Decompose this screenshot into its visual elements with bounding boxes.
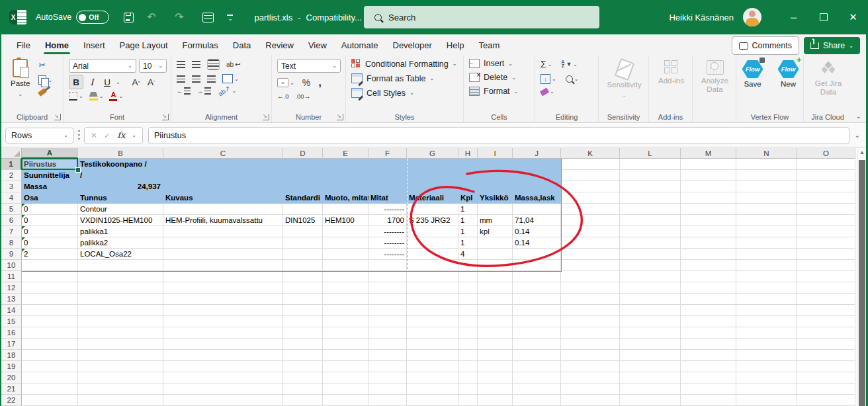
font-size-select[interactable]: 10⌄ bbox=[139, 59, 167, 73]
cell-O10[interactable] bbox=[797, 260, 855, 271]
cell-L1[interactable] bbox=[620, 159, 681, 170]
row-header-22[interactable]: 22 bbox=[1, 395, 22, 406]
tab-view[interactable]: View bbox=[301, 34, 334, 56]
cell-J12[interactable] bbox=[513, 282, 561, 294]
cell-M11[interactable] bbox=[681, 271, 736, 282]
column-header-E[interactable]: E bbox=[323, 148, 369, 159]
cell-O7[interactable] bbox=[797, 226, 855, 237]
cell-H2[interactable] bbox=[458, 170, 478, 181]
cell-O2[interactable] bbox=[797, 170, 855, 181]
cell-D8[interactable] bbox=[283, 237, 323, 249]
cell-A20[interactable] bbox=[22, 372, 78, 384]
cancel-entry-button[interactable]: ✕ bbox=[91, 131, 97, 140]
row-header-10[interactable]: 10 bbox=[1, 260, 22, 271]
cell-B8[interactable]: palikka2 bbox=[78, 237, 163, 249]
cell-D22[interactable] bbox=[283, 395, 323, 406]
qat-overflow-button[interactable]: ⌄ bbox=[227, 15, 233, 20]
cell-D16[interactable] bbox=[283, 327, 323, 339]
cell-J9[interactable] bbox=[513, 249, 561, 260]
insert-function-button[interactable]: fx bbox=[117, 130, 125, 140]
column-header-J[interactable]: J bbox=[513, 148, 561, 159]
cell-D3[interactable] bbox=[283, 181, 323, 192]
cell-H21[interactable] bbox=[458, 384, 478, 395]
row-header-11[interactable]: 11 bbox=[1, 271, 22, 282]
cell-N9[interactable] bbox=[736, 249, 797, 260]
column-header-D[interactable]: D bbox=[283, 148, 323, 159]
analyze-data-button[interactable]: Analyze Data bbox=[698, 59, 732, 95]
cell-L10[interactable] bbox=[620, 260, 681, 271]
cell-A16[interactable] bbox=[22, 327, 78, 339]
cell-M19[interactable] bbox=[681, 361, 736, 372]
cell-B16[interactable] bbox=[78, 327, 163, 339]
cell-F16[interactable] bbox=[369, 327, 407, 339]
cell-O3[interactable] bbox=[797, 181, 855, 192]
top-align-button[interactable] bbox=[177, 61, 185, 68]
column-header-G[interactable]: G bbox=[407, 148, 458, 159]
cell-K22[interactable] bbox=[561, 395, 620, 406]
cell-B19[interactable] bbox=[78, 361, 163, 372]
cell-G7[interactable] bbox=[407, 226, 458, 237]
cell-J11[interactable] bbox=[513, 271, 561, 282]
cell-K10[interactable] bbox=[561, 260, 620, 271]
cell-H17[interactable] bbox=[458, 339, 478, 350]
cell-H15[interactable] bbox=[458, 316, 478, 327]
cell-L20[interactable] bbox=[620, 372, 681, 384]
cell-K14[interactable] bbox=[561, 305, 620, 316]
number-format-select[interactable]: Text⌄ bbox=[277, 59, 341, 73]
cell-G2[interactable] bbox=[407, 170, 458, 181]
cell-F3[interactable] bbox=[369, 181, 407, 192]
fill-button[interactable]: ↓⌄ bbox=[541, 74, 556, 84]
tab-team[interactable]: Team bbox=[472, 34, 507, 56]
row-header-5[interactable]: 5 bbox=[1, 204, 22, 215]
cell-A11[interactable] bbox=[22, 271, 78, 282]
cell-L15[interactable] bbox=[620, 316, 681, 327]
vertical-scrollbar[interactable]: ▲ bbox=[857, 147, 867, 406]
cell-G16[interactable] bbox=[407, 327, 458, 339]
cell-L8[interactable] bbox=[620, 237, 681, 249]
cell-H16[interactable] bbox=[458, 327, 478, 339]
tab-formulas[interactable]: Formulas bbox=[175, 34, 226, 56]
cell-K2[interactable] bbox=[561, 170, 620, 181]
cell-J22[interactable] bbox=[513, 395, 561, 406]
row-header-13[interactable]: 13 bbox=[1, 294, 22, 305]
cell-H13[interactable] bbox=[458, 294, 478, 305]
fill-color-button[interactable]: ⌄ bbox=[89, 92, 104, 101]
row-header-12[interactable]: 12 bbox=[1, 282, 22, 294]
cell-O17[interactable] bbox=[797, 339, 855, 350]
cell-C1[interactable] bbox=[163, 159, 283, 170]
cell-M20[interactable] bbox=[681, 372, 736, 384]
cell-J6[interactable]: 71,04 bbox=[513, 215, 561, 226]
cell-O15[interactable] bbox=[797, 316, 855, 327]
cell-H11[interactable] bbox=[458, 271, 478, 282]
cell-K5[interactable] bbox=[561, 204, 620, 215]
cell-C7[interactable] bbox=[163, 226, 283, 237]
cell-F11[interactable] bbox=[369, 271, 407, 282]
cell-D2[interactable] bbox=[283, 170, 323, 181]
cell-E1[interactable] bbox=[323, 159, 369, 170]
cell-O1[interactable] bbox=[797, 159, 855, 170]
cell-J10[interactable] bbox=[513, 260, 561, 271]
wrap-text-button[interactable]: ab↩ bbox=[226, 61, 241, 68]
column-header-I[interactable]: I bbox=[478, 148, 513, 159]
cell-A13[interactable] bbox=[22, 294, 78, 305]
cell-J15[interactable] bbox=[513, 316, 561, 327]
cell-A5[interactable]: 0 bbox=[22, 204, 78, 215]
cell-L13[interactable] bbox=[620, 294, 681, 305]
cell-J3[interactable] bbox=[513, 181, 561, 192]
cell-L17[interactable] bbox=[620, 339, 681, 350]
cell-O18[interactable] bbox=[797, 350, 855, 361]
cell-H19[interactable] bbox=[458, 361, 478, 372]
cell-I9[interactable] bbox=[478, 249, 513, 260]
cell-K13[interactable] bbox=[561, 294, 620, 305]
cell-K20[interactable] bbox=[561, 372, 620, 384]
scrollbar-thumb[interactable] bbox=[859, 160, 865, 406]
cell-G19[interactable] bbox=[407, 361, 458, 372]
cell-F1[interactable] bbox=[369, 159, 407, 170]
number-dialog-launcher[interactable] bbox=[337, 114, 343, 120]
cell-N12[interactable] bbox=[736, 282, 797, 294]
row-header-4[interactable]: 4 bbox=[1, 192, 22, 204]
cell-M17[interactable] bbox=[681, 339, 736, 350]
cell-M5[interactable] bbox=[681, 204, 736, 215]
cell-D5[interactable] bbox=[283, 204, 323, 215]
clear-button[interactable]: ⌄ bbox=[541, 89, 554, 95]
